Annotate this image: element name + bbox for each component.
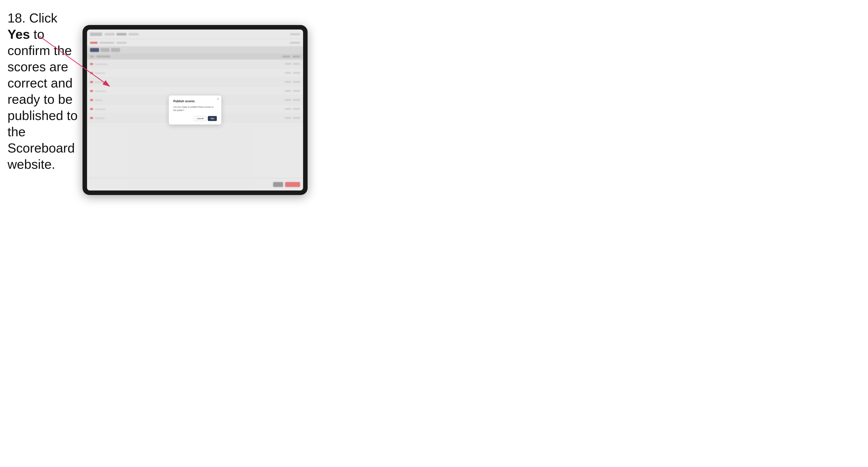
modal-close-button[interactable]: × xyxy=(217,97,219,100)
tablet-device: Publish scores × Are you ready to publis… xyxy=(83,25,308,195)
modal-overlay: Publish scores × Are you ready to publis… xyxy=(87,30,303,190)
text-after-bold: to confirm the scores are correct and re… xyxy=(7,27,78,172)
modal-yes-button[interactable]: Yes xyxy=(208,116,217,121)
publish-scores-modal: Publish scores × Are you ready to publis… xyxy=(169,95,221,124)
bold-word: Yes xyxy=(7,27,30,41)
tablet-screen: Publish scores × Are you ready to publis… xyxy=(87,30,303,190)
modal-title: Publish scores xyxy=(173,99,217,103)
modal-body-text: Are you ready to publish these scores to… xyxy=(173,105,217,112)
modal-cancel-button[interactable]: Cancel xyxy=(194,116,206,121)
text-before-bold: Click xyxy=(26,11,57,25)
modal-actions: Cancel Yes xyxy=(173,116,217,121)
instruction-text: 18. Click Yes to confirm the scores are … xyxy=(7,10,83,173)
step-number: 18. xyxy=(7,11,26,25)
